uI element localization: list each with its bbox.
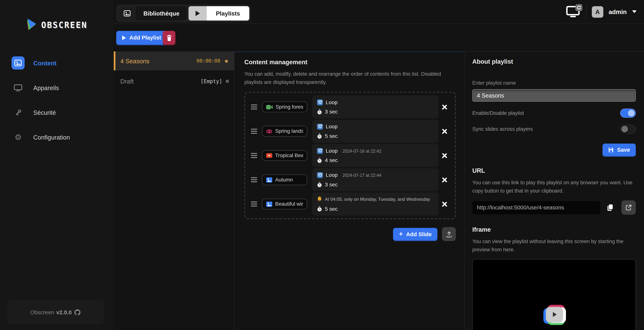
header-right: A admin xyxy=(566,0,636,24)
drag-handle-icon[interactable] xyxy=(250,155,258,156)
iframe-section-description: You can view the playlist without leavin… xyxy=(472,237,636,254)
youtube-icon xyxy=(266,153,272,158)
avatar-initial: A xyxy=(595,8,600,15)
url-section-title: URL xyxy=(472,167,636,174)
close-icon xyxy=(442,104,447,110)
tab-label: Playlists xyxy=(207,6,249,21)
slide-name: Spring lands… xyxy=(275,128,303,134)
play-icon xyxy=(188,6,207,21)
panel-title: About playlist xyxy=(472,58,636,65)
save-button[interactable]: Save xyxy=(603,144,636,156)
tab-playlists[interactable]: Playlists xyxy=(188,6,249,21)
sidebar-item-label: Appareils xyxy=(33,84,59,91)
playlist-toolbar: Add Playlist xyxy=(114,24,644,52)
external-link-icon xyxy=(626,205,632,211)
toggle-knob xyxy=(621,126,628,132)
slide-schedule-card[interactable]: Loop 2024-07-16 at 22:42 4 sec xyxy=(312,144,438,167)
github-icon[interactable] xyxy=(74,309,80,315)
sidebar-item-securite[interactable]: Sécurité xyxy=(0,103,114,121)
sidebar-menu: Content Appareils xyxy=(0,54,114,146)
delete-playlist-button[interactable] xyxy=(163,31,176,44)
slides-container: Spring forest… Loop xyxy=(244,92,456,219)
delete-slide-button[interactable] xyxy=(440,127,449,136)
monitor-icon xyxy=(12,81,24,94)
delete-slide-button[interactable] xyxy=(440,102,449,111)
tab-bibliotheque[interactable]: Bibliothèque xyxy=(118,6,187,21)
enable-playlist-toggle[interactable] xyxy=(620,109,636,118)
slide-name: Spring forest… xyxy=(276,104,303,110)
sidebar-item-configuration[interactable]: ⚙ Configuration xyxy=(0,128,114,146)
playlist-row-4-seasons[interactable]: 4 Seasons 00:00:08 ★ xyxy=(114,52,234,70)
brand-logo[interactable]: OBSCREEN xyxy=(0,18,114,32)
slide-schedule-card[interactable]: Loop 3 sec xyxy=(312,95,438,118)
slide-schedule-card[interactable]: Loop 2024-07-17 at 22:44 3 sec xyxy=(312,168,438,191)
save-label: Save xyxy=(617,147,630,153)
username: admin xyxy=(609,8,627,15)
slide-chip[interactable]: Beautiful win… xyxy=(262,199,307,209)
drag-handle-icon[interactable] xyxy=(250,204,258,204)
schedule-label: At 04:05, only on Monday, Tuesday, and W… xyxy=(325,197,430,201)
trash-icon xyxy=(166,34,172,41)
sidebar-item-content[interactable]: Content xyxy=(0,54,114,72)
slide-chip[interactable]: Autumn xyxy=(262,174,307,185)
playlist-row-draft[interactable]: Draft [Empty] xyxy=(114,70,234,92)
about-playlist-panel: About playlist Enter playlist name Enabl… xyxy=(464,52,644,330)
enable-toggle-label: Enable/Disable playlist xyxy=(472,110,524,116)
loop-icon xyxy=(317,99,323,105)
add-slide-row: + Add Slide xyxy=(244,227,456,241)
copy-icon xyxy=(607,204,613,211)
drag-handle-icon[interactable] xyxy=(250,131,258,131)
playlist-name-input[interactable] xyxy=(472,89,636,102)
slide-chip[interactable]: Tropical Bea… xyxy=(262,150,307,161)
sidebar-item-label: Configuration xyxy=(33,133,70,140)
slide-name: Beautiful win… xyxy=(275,201,303,207)
slide-schedule-card[interactable]: Loop 5 sec xyxy=(312,120,438,143)
slide-chip[interactable]: Spring lands… xyxy=(262,126,307,136)
add-slide-button[interactable]: + Add Slide xyxy=(393,228,437,240)
drag-handle-icon[interactable] xyxy=(250,107,258,107)
close-icon xyxy=(442,128,447,134)
delete-slide-button[interactable] xyxy=(440,200,449,209)
play-icon xyxy=(122,35,126,40)
avatar[interactable]: A xyxy=(592,6,603,18)
playlist-preview-frame xyxy=(472,259,636,330)
play-icon xyxy=(546,306,563,322)
panel-title: Content management xyxy=(244,58,464,65)
slide-duration: 3 sec xyxy=(325,109,338,115)
plus-icon: + xyxy=(399,231,403,237)
footer-app-name: Obscreen xyxy=(30,309,54,315)
slide-duration: 4 sec xyxy=(325,157,338,163)
obscreen-logo-icon xyxy=(26,18,37,32)
stopwatch-icon xyxy=(317,109,322,115)
bell-icon xyxy=(317,196,322,202)
slide-chip[interactable]: Spring forest… xyxy=(262,102,307,112)
sync-slides-toggle[interactable] xyxy=(620,125,636,134)
loop-icon xyxy=(317,172,323,178)
add-playlist-button[interactable]: Add Playlist xyxy=(116,31,167,44)
schedule-label: Loop xyxy=(326,148,338,154)
link-icon xyxy=(266,128,272,134)
gear-icon: ⚙ xyxy=(12,130,24,143)
panel-description: You can add, modify, delete and rearrang… xyxy=(244,70,442,86)
stop-icon xyxy=(226,80,229,82)
preview-play-button[interactable] xyxy=(546,306,563,322)
url-row xyxy=(472,200,636,215)
upload-icon xyxy=(446,231,452,237)
playlist-list: 4 Seasons 00:00:08 ★ Draft [Empty] xyxy=(114,52,234,330)
refresh-icon xyxy=(575,4,582,11)
delete-slide-button[interactable] xyxy=(440,151,449,160)
chevron-down-icon[interactable] xyxy=(632,10,636,13)
delete-slide-button[interactable] xyxy=(440,175,449,184)
slide-schedule-card[interactable]: At 04:05, only on Monday, Tuesday, and W… xyxy=(312,193,438,216)
player-status-button[interactable] xyxy=(566,6,580,18)
sidebar: OBSCREEN Content xyxy=(0,0,114,330)
slide-row: Spring lands… Loop xyxy=(245,119,455,143)
sidebar-item-appareils[interactable]: Appareils xyxy=(0,79,114,97)
drag-handle-icon[interactable] xyxy=(250,180,258,180)
copy-url-button[interactable] xyxy=(606,203,614,212)
open-url-button[interactable] xyxy=(621,200,636,215)
playlist-url-input[interactable] xyxy=(472,201,600,214)
upload-button[interactable] xyxy=(442,227,456,241)
close-icon xyxy=(442,177,447,183)
sidebar-item-label: Content xyxy=(33,59,56,66)
